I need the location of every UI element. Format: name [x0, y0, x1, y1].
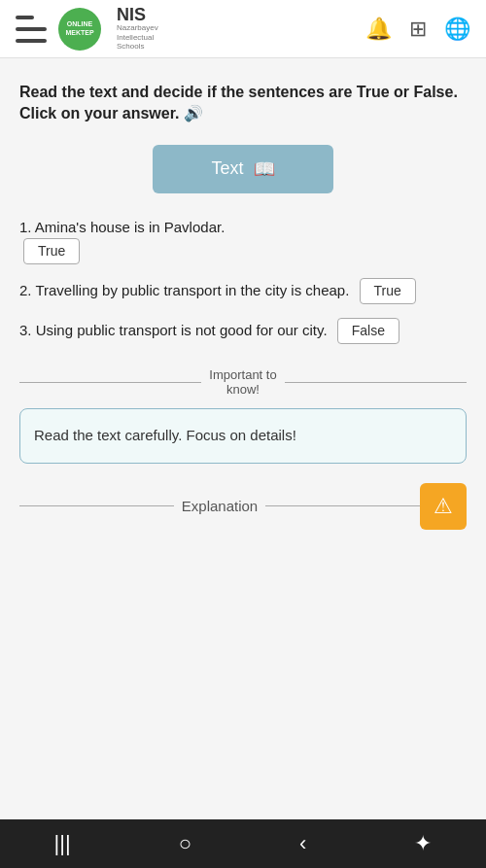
bottom-nav-left-icon[interactable]: ‹	[299, 831, 306, 856]
explanation-divider-left	[19, 505, 174, 506]
warning-button[interactable]: ⚠	[420, 483, 467, 530]
divider-right	[285, 382, 467, 383]
questions-section: 1. Amina's house is in Pavlodar. True 2.…	[19, 217, 467, 345]
text-button-label: Text	[211, 158, 243, 179]
question-3: 3. Using public transport is not good fo…	[19, 318, 467, 344]
bottom-person-icon[interactable]: ✦	[414, 831, 432, 856]
important-label: Important toknow!	[209, 367, 276, 397]
question-1-answer[interactable]: True	[23, 238, 80, 264]
top-nav: ONLINE MEKTEP NIS Nazarbayev Intellectua…	[0, 0, 486, 58]
divider-left	[19, 382, 201, 383]
explanation-label: Explanation	[182, 498, 258, 514]
question-2: 2. Travelling by public transport in the…	[19, 278, 467, 304]
speaker-icon[interactable]: 🔊	[184, 105, 203, 122]
online-mektep-logo: ONLINE MEKTEP	[58, 8, 101, 51]
globe-icon[interactable]: 🌐	[444, 17, 470, 42]
nis-subtitle: Nazarbayev Intellectual Schools	[117, 23, 158, 52]
question-1: 1. Amina's house is in Pavlodar. True	[19, 217, 467, 265]
text-button[interactable]: Text 📖	[153, 145, 332, 193]
explanation-left: Explanation	[19, 498, 420, 514]
main-content: Read the text and decide if the sentence…	[0, 58, 486, 819]
nis-title: NIS	[117, 6, 146, 23]
hint-box: Read the text carefully. Focus on detail…	[19, 408, 467, 464]
explanation-divider-right	[265, 505, 420, 506]
notification-icon[interactable]: 🔔	[365, 17, 392, 42]
question-3-answer[interactable]: False	[337, 318, 399, 344]
nav-right: 🔔 ⊞ 🌐	[365, 17, 470, 42]
warning-icon: ⚠	[434, 496, 453, 517]
hint-text: Read the text carefully. Focus on detail…	[34, 427, 296, 443]
menu-grid-icon[interactable]: ⊞	[409, 17, 427, 42]
explanation-section: Explanation ⚠	[19, 483, 467, 530]
text-button-wrap: Text 📖	[19, 145, 467, 193]
bottom-back-icon[interactable]: |||	[54, 831, 71, 856]
book-icon: 📖	[254, 158, 275, 180]
question-1-text: 1. Amina's house is in Pavlodar.	[19, 219, 225, 235]
question-3-text: 3. Using public transport is not good fo…	[19, 322, 328, 338]
instructions-text: Read the text and decide if the sentence…	[19, 82, 467, 125]
bottom-home-icon[interactable]: ○	[179, 831, 191, 856]
important-section: Important toknow!	[19, 367, 467, 397]
question-2-answer[interactable]: True	[360, 278, 416, 304]
nis-logo: NIS Nazarbayev Intellectual Schools	[117, 6, 158, 52]
bottom-nav: ||| ○ ‹ ✦	[0, 819, 486, 868]
question-2-text: 2. Travelling by public transport in the…	[19, 282, 349, 298]
hamburger-menu-icon[interactable]	[16, 16, 47, 43]
nav-left: ONLINE MEKTEP NIS Nazarbayev Intellectua…	[16, 6, 158, 52]
